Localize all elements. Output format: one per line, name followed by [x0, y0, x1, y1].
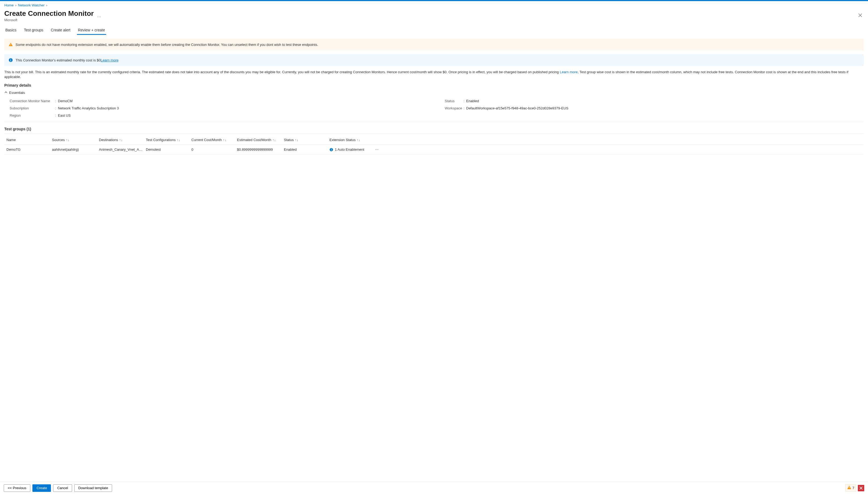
- col-current-cost[interactable]: Current Cost/Month↑↓: [191, 138, 237, 142]
- ess-val-workspace: DefaultWorkspace-af15e575-f948-49ac-bce0…: [466, 106, 568, 110]
- error-close-icon: [860, 487, 863, 490]
- ess-val-status: Enabled: [466, 99, 479, 103]
- info-icon: [330, 148, 333, 152]
- breadcrumb-home[interactable]: Home: [4, 3, 14, 7]
- disclaimer-learn-more-link[interactable]: Learn more: [560, 70, 577, 74]
- svg-rect-9: [331, 149, 332, 151]
- warning-count: 7: [852, 486, 854, 490]
- close-panel-button[interactable]: [857, 12, 864, 20]
- svg-rect-4: [11, 45, 11, 46]
- info-banner-prefix: This Connection Monitor's estimated mont…: [16, 58, 101, 62]
- svg-point-10: [331, 149, 332, 149]
- tab-create-alert[interactable]: Create alert: [50, 26, 72, 35]
- tab-test-groups[interactable]: Test groups: [23, 26, 44, 35]
- ess-label-workspace: Workspace: [445, 106, 463, 110]
- warning-banner-text: Some endpoints do not have monitoring ex…: [16, 43, 318, 47]
- more-actions-button[interactable]: …: [97, 14, 102, 18]
- essentials-label: Essentials: [9, 91, 25, 95]
- cell-extension-status: 1 Auto Enablement: [330, 148, 375, 152]
- download-template-button[interactable]: Download template: [74, 484, 112, 492]
- sort-icon: ↑↓: [223, 138, 226, 142]
- notifications-warning-badge[interactable]: 7: [845, 484, 856, 492]
- close-icon: [859, 14, 862, 17]
- cell-destinations: Animesh_Canary_Vnet_ANM(...: [99, 148, 146, 152]
- info-banner: This Connection Monitor's estimated mont…: [4, 54, 864, 66]
- cell-name: DemoTG: [6, 148, 52, 152]
- ess-val-subscription: Network Traffic Analytics Subscription 3: [58, 106, 119, 110]
- chevron-right-icon: ›: [15, 3, 16, 7]
- primary-details-heading: Primary details: [4, 83, 864, 88]
- chevron-up-icon: [4, 91, 7, 95]
- warning-icon: [8, 42, 13, 47]
- ess-label-region: Region: [9, 113, 55, 117]
- test-groups-heading: Test groups (1): [4, 127, 864, 134]
- cancel-button[interactable]: Cancel: [53, 484, 72, 492]
- previous-button[interactable]: << Previous: [4, 484, 30, 492]
- col-sources[interactable]: Sources↑↓: [52, 138, 99, 142]
- ess-label-status: Status: [445, 99, 463, 103]
- essentials-grid: Connection Monitor Name : DemoCM Subscri…: [4, 96, 864, 122]
- ess-val-cm-name: DemoCM: [58, 99, 73, 103]
- test-groups-table-header: Name Sources↑↓ Destinations↑↓ Test Confi…: [4, 135, 864, 145]
- essentials-toggle[interactable]: Essentials: [4, 89, 864, 96]
- chevron-right-icon: ›: [46, 3, 47, 7]
- tab-basics[interactable]: Basics: [4, 26, 17, 35]
- tab-bar: Basics Test groups Create alert Review +…: [0, 26, 868, 35]
- ess-label-subscription: Subscription: [9, 106, 55, 110]
- sort-icon: ↑↓: [357, 138, 360, 142]
- sort-icon: ↑↓: [177, 138, 180, 142]
- svg-rect-6: [11, 60, 11, 61]
- info-banner-learn-more-link[interactable]: Learn more: [101, 58, 118, 62]
- svg-rect-12: [849, 487, 849, 488]
- col-status[interactable]: Status↑↓: [284, 138, 330, 142]
- svg-rect-3: [11, 44, 11, 45]
- disclaimer-prefix: This is not your bill. This is an estima…: [4, 70, 560, 74]
- notifications-error-badge[interactable]: [858, 485, 864, 491]
- cell-test-configs: Demotest: [146, 148, 191, 152]
- cell-estimated-cost: $0.8999999999999999: [237, 148, 284, 152]
- ess-val-region: East US: [58, 113, 71, 117]
- col-test-configurations[interactable]: Test Configurations↑↓: [146, 138, 191, 142]
- sort-icon: ↑↓: [272, 138, 276, 142]
- info-icon: [8, 58, 13, 62]
- info-banner-text: This Connection Monitor's estimated mont…: [16, 58, 118, 62]
- breadcrumb: Home › Network Watcher ›: [4, 3, 864, 7]
- page-title: Create Connection Monitor: [4, 10, 94, 18]
- ess-label-cm-name: Connection Monitor Name: [9, 99, 55, 103]
- cell-status: Enabled: [284, 148, 330, 152]
- cell-sources: aahilvnet(aahilrg): [52, 148, 99, 152]
- col-name[interactable]: Name: [6, 138, 52, 142]
- svg-point-7: [11, 59, 11, 59]
- row-more-actions[interactable]: ⋯: [375, 148, 383, 152]
- sort-icon: ↑↓: [119, 138, 123, 142]
- svg-rect-13: [849, 488, 849, 489]
- sort-icon: ↑↓: [66, 138, 70, 142]
- warning-banner: Some endpoints do not have monitoring ex…: [4, 39, 864, 51]
- table-row[interactable]: DemoTG aahilvnet(aahilrg) Animesh_Canary…: [4, 145, 864, 154]
- warning-icon: [847, 486, 851, 491]
- create-button[interactable]: Create: [33, 484, 51, 492]
- breadcrumb-network-watcher[interactable]: Network Watcher: [18, 3, 44, 7]
- col-extension-status[interactable]: Extension Status↑↓: [330, 138, 375, 142]
- footer-bar: << Previous Create Cancel Download templ…: [0, 482, 868, 494]
- sort-icon: ↑↓: [295, 138, 298, 142]
- tab-review-create[interactable]: Review + create: [77, 26, 106, 35]
- cell-current-cost: 0: [191, 148, 237, 152]
- page-subtitle: Microsoft: [4, 18, 94, 22]
- disclaimer-paragraph: This is not your bill. This is an estima…: [4, 70, 864, 79]
- col-estimated-cost[interactable]: Estimated Cost/Month↑↓: [237, 138, 284, 142]
- col-destinations[interactable]: Destinations↑↓: [99, 138, 146, 142]
